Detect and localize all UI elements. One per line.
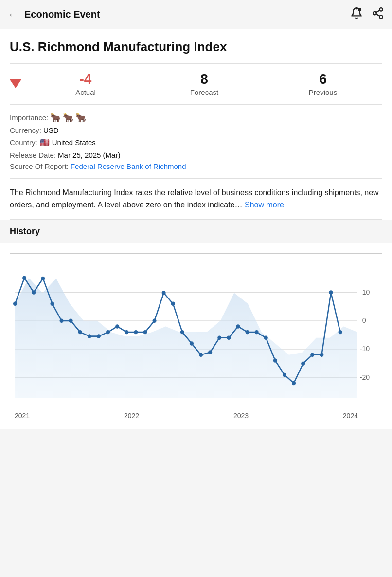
chart-point — [69, 319, 73, 323]
stat-forecast: 8 Forecast — [145, 72, 264, 96]
chart-point — [115, 324, 119, 328]
bull-icon-2: 🐂 — [63, 112, 73, 123]
chart-point — [199, 353, 203, 357]
chart-point — [310, 353, 314, 357]
page-title: U.S. Richmond Manufacturing Index — [10, 39, 382, 64]
country-flag: 🇺🇸 — [39, 137, 50, 148]
chart-point — [125, 330, 128, 334]
currency-value: USD — [43, 126, 59, 134]
chart-point — [50, 302, 54, 306]
chart-point — [153, 319, 157, 323]
chart-point — [180, 330, 184, 334]
chart-point — [236, 324, 240, 328]
previous-label: Previous — [264, 88, 382, 96]
source-link[interactable]: Federal Reserve Bank of Richmond — [71, 162, 186, 170]
stat-actual: -4 Actual — [26, 72, 145, 96]
chart-point — [208, 350, 212, 354]
trend-arrow — [10, 79, 21, 88]
chart-point — [217, 336, 221, 340]
source-row: Source Of Report: Federal Reserve Bank o… — [10, 162, 382, 170]
show-more-button[interactable]: Show more — [245, 201, 284, 209]
x-label-2022: 2022 — [124, 412, 139, 420]
chart-point — [301, 362, 305, 366]
chart-point — [227, 336, 231, 340]
release-label: Release Date: — [10, 151, 56, 159]
forecast-value: 8 — [145, 72, 264, 87]
chart-point — [13, 302, 17, 306]
actual-label: Actual — [26, 88, 145, 96]
header-title: Economic Event — [24, 9, 350, 20]
chart-point — [171, 302, 175, 306]
chart-point — [88, 334, 91, 338]
share-icon[interactable] — [372, 7, 384, 22]
x-label-2023: 2023 — [233, 412, 249, 420]
chart-point — [292, 381, 296, 385]
country-label: Country: — [10, 138, 37, 147]
actual-value: -4 — [26, 72, 145, 87]
currency-row: Currency: USD — [10, 126, 382, 134]
chart-point — [339, 330, 342, 334]
chart-point — [78, 330, 82, 334]
chart-point — [41, 277, 45, 280]
svg-line-5 — [376, 14, 379, 16]
stats-row: -4 Actual 8 Forecast 6 Previous — [10, 64, 382, 105]
importance-label: Importance: — [10, 113, 48, 122]
importance-row: Importance: 🐂 🐂 🐂 — [10, 112, 382, 123]
history-header: History — [0, 220, 392, 243]
x-label-2021: 2021 — [15, 412, 30, 420]
description-text: The Richmond Manufacturing Index rates t… — [10, 188, 379, 209]
main-content: U.S. Richmond Manufacturing Index -4 Act… — [0, 29, 392, 220]
chart-container: 10 0 -10 -20 — [0, 243, 392, 429]
chart-point — [273, 358, 277, 362]
back-button[interactable]: ← — [8, 8, 18, 21]
bull-icon-3: 🐂 — [75, 112, 86, 123]
chart-point — [106, 330, 110, 334]
chart-point — [22, 276, 26, 280]
svg-point-1 — [358, 8, 361, 11]
chart-svg: 10 0 -10 -20 — [10, 254, 382, 409]
chart-point — [246, 330, 249, 334]
previous-value: 6 — [264, 72, 382, 87]
header-actions — [350, 7, 384, 22]
down-arrow-icon — [10, 79, 21, 88]
chart-point — [97, 334, 101, 338]
history-chart: 10 0 -10 -20 — [10, 253, 382, 409]
source-label: Source Of Report: — [10, 162, 69, 170]
x-label-2024: 2024 — [343, 412, 358, 420]
chart-point — [320, 353, 323, 357]
chart-point — [134, 330, 138, 334]
currency-label: Currency: — [10, 126, 41, 134]
chart-point — [60, 319, 64, 323]
country-value: United States — [52, 138, 96, 147]
chart-point — [255, 330, 259, 334]
svg-text:10: 10 — [362, 288, 370, 296]
bell-icon[interactable] — [350, 7, 363, 22]
chart-point — [143, 330, 147, 334]
bull-icon-1: 🐂 — [50, 112, 61, 123]
release-value: Mar 25, 2025 (Mar) — [58, 151, 120, 159]
release-row: Release Date: Mar 25, 2025 (Mar) — [10, 151, 382, 159]
description-section: The Richmond Manufacturing Index rates t… — [10, 179, 382, 220]
meta-section: Importance: 🐂 🐂 🐂 Currency: USD Country:… — [10, 105, 382, 179]
x-axis-labels: 2021 2022 2023 2024 — [15, 409, 358, 420]
history-title: History — [10, 226, 40, 236]
svg-text:-10: -10 — [360, 345, 370, 353]
app-header: ← Economic Event — [0, 0, 392, 29]
svg-text:-20: -20 — [360, 373, 370, 381]
forecast-label: Forecast — [145, 88, 264, 96]
country-row: Country: 🇺🇸 United States — [10, 137, 382, 148]
chart-point — [32, 290, 36, 294]
chart-point — [283, 373, 286, 377]
chart-point — [329, 290, 333, 294]
stat-previous: 6 Previous — [264, 72, 382, 96]
svg-line-6 — [376, 10, 379, 12]
chart-point — [190, 341, 194, 345]
chart-point — [162, 291, 166, 295]
chart-point — [264, 336, 268, 340]
svg-text:0: 0 — [362, 316, 366, 324]
